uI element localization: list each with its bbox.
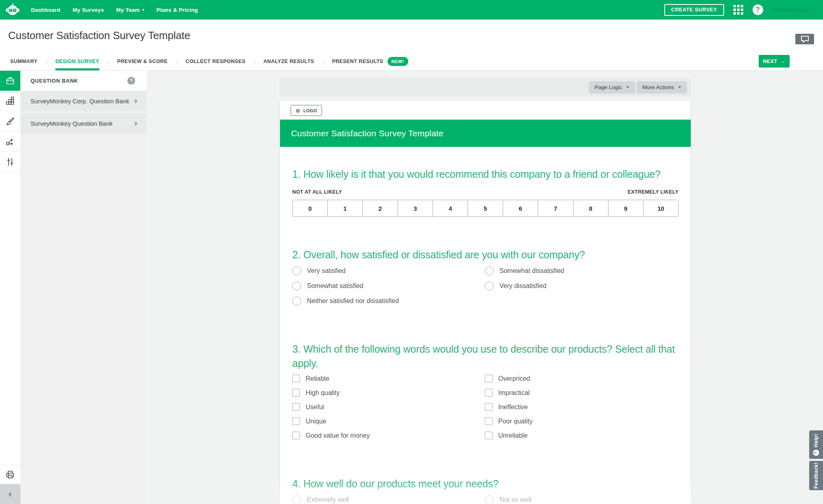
radio-option[interactable]: Very dissatisfied bbox=[485, 281, 677, 290]
survey-title-banner[interactable]: Customer Satisfaction Survey Template bbox=[280, 120, 691, 147]
radio-icon[interactable] bbox=[292, 495, 301, 504]
answer-column: Not so wellNot at all well bbox=[485, 495, 677, 504]
question-bank-header: QUESTION BANK ? bbox=[20, 71, 147, 91]
checkbox-option[interactable]: Overpriced bbox=[485, 375, 677, 382]
checkbox-option[interactable]: Impractical bbox=[485, 389, 677, 397]
checkbox-option[interactable]: Useful bbox=[292, 403, 485, 411]
chevron-down-icon: ▾ bbox=[814, 8, 816, 12]
checkbox-icon[interactable] bbox=[292, 403, 300, 411]
checkbox-option[interactable]: Good value for money bbox=[292, 432, 485, 439]
checkbox-icon[interactable] bbox=[485, 375, 492, 382]
tab-label: ANALYZE RESULTS bbox=[263, 59, 314, 64]
next-button[interactable]: NEXT→ bbox=[759, 55, 790, 68]
checkbox-option[interactable]: Reliable bbox=[292, 375, 485, 382]
checkbox-icon[interactable] bbox=[485, 417, 492, 425]
nps-cell-7[interactable]: 7 bbox=[538, 200, 573, 216]
checkbox-icon[interactable] bbox=[485, 432, 492, 439]
checkbox-icon[interactable] bbox=[292, 432, 300, 439]
checkbox-option[interactable]: Ineffective bbox=[485, 403, 677, 411]
page-header: Customer Satisfaction Survey Template bbox=[0, 20, 823, 52]
checkbox-icon[interactable] bbox=[292, 389, 300, 397]
nps-cell-6[interactable]: 6 bbox=[503, 200, 538, 216]
surveymonkey-logo[interactable] bbox=[5, 4, 20, 16]
checkbox-option[interactable]: Poor quality bbox=[485, 417, 677, 425]
survey-title: Customer Satisfaction Survey Template bbox=[291, 129, 444, 138]
nps-cell-5[interactable]: 5 bbox=[468, 200, 503, 216]
survey-toolbar: Page Logic ▼ More Actions ▼ bbox=[280, 78, 691, 96]
radio-option[interactable]: Somewhat dissatisfied bbox=[485, 266, 677, 275]
caret-down-icon: ▼ bbox=[678, 85, 681, 89]
question-bank-item[interactable]: SurveyMonkey Question Bank› bbox=[20, 113, 147, 133]
chat-bubble-icon bbox=[801, 36, 809, 43]
rail-item-question-bank[interactable] bbox=[0, 71, 20, 91]
option-label: High quality bbox=[306, 389, 340, 397]
nps-min-label: NOT AT ALL LIKELY bbox=[292, 189, 342, 195]
nav-link-dashboard[interactable]: Dashboard bbox=[31, 7, 60, 13]
nps-cell-3[interactable]: 3 bbox=[398, 200, 433, 216]
checkbox-icon[interactable] bbox=[485, 403, 492, 411]
chat-button[interactable] bbox=[795, 34, 814, 44]
checkbox-icon[interactable] bbox=[292, 417, 300, 425]
radio-icon[interactable] bbox=[485, 266, 494, 275]
user-menu[interactable]: rachel@survey... ▾ bbox=[772, 7, 816, 13]
more-actions-button[interactable]: More Actions ▼ bbox=[637, 81, 687, 94]
tab-preview-score[interactable]: PREVIEW & SCORE bbox=[117, 52, 168, 70]
radio-option[interactable]: Somewhat satisfied bbox=[292, 281, 485, 290]
rail-item-style[interactable] bbox=[0, 111, 20, 131]
nav-link-my-team[interactable]: My Team▾ bbox=[116, 7, 144, 13]
checkbox-icon[interactable] bbox=[485, 389, 492, 397]
answer-column: ReliableHigh qualityUsefulUniqueGood val… bbox=[292, 375, 485, 446]
question-bank-help-icon[interactable]: ? bbox=[127, 77, 135, 85]
radio-option[interactable]: Not so well bbox=[485, 495, 677, 504]
tab-label: DESIGN SURVEY bbox=[55, 59, 99, 64]
chevron-left-icon: ‹ bbox=[9, 489, 11, 500]
page-title: Customer Satisfaction Survey Template bbox=[8, 29, 190, 42]
rail-item-build[interactable] bbox=[0, 91, 20, 111]
checkbox-icon[interactable] bbox=[292, 375, 300, 382]
nps-cell-10[interactable]: 10 bbox=[643, 200, 678, 216]
option-label: Useful bbox=[306, 404, 324, 411]
nps-cell-0[interactable]: 0 bbox=[293, 200, 327, 216]
tab-design-survey[interactable]: DESIGN SURVEY bbox=[55, 52, 99, 70]
answer-column: Extremely wellVery well bbox=[292, 495, 485, 504]
question-block: 2. Overall, how satisfied or dissatisfie… bbox=[292, 248, 679, 311]
print-button[interactable] bbox=[0, 465, 20, 484]
create-survey-button[interactable]: CREATE SURVEY bbox=[664, 4, 724, 16]
nav-link-my-surveys[interactable]: My Surveys bbox=[72, 7, 104, 13]
chevron-right-icon: › bbox=[134, 119, 138, 128]
radio-icon[interactable] bbox=[485, 495, 494, 504]
nps-cell-9[interactable]: 9 bbox=[608, 200, 643, 216]
feedback-side-tab[interactable]: Feedback! bbox=[809, 461, 823, 490]
question-bank-item[interactable]: SurveyMonkey Corp. Question Bank› bbox=[20, 91, 147, 111]
nav-link-plans-pricing[interactable]: Plans & Pricing bbox=[156, 7, 198, 13]
tab-label: PRESENT RESULTS bbox=[332, 59, 383, 64]
radio-icon[interactable] bbox=[292, 297, 301, 305]
radio-option[interactable]: Very satisfied bbox=[292, 266, 485, 275]
tab-present-results[interactable]: PRESENT RESULTS bbox=[332, 52, 383, 70]
checkbox-option[interactable]: Unreliable bbox=[485, 432, 677, 439]
radio-icon[interactable] bbox=[485, 281, 494, 290]
nps-cell-1[interactable]: 1 bbox=[327, 200, 362, 216]
rail-item-logic[interactable] bbox=[0, 131, 20, 152]
help-side-tab[interactable]: ? Help! bbox=[809, 430, 823, 459]
radio-icon[interactable] bbox=[292, 281, 301, 290]
add-logo-button[interactable]: ⊕ LOGO bbox=[291, 105, 322, 116]
apps-grid-icon[interactable] bbox=[733, 4, 744, 15]
answer-columns: Extremely wellVery wellNot so wellNot at… bbox=[292, 495, 679, 504]
radio-icon[interactable] bbox=[292, 266, 301, 275]
tab-collect-responses[interactable]: COLLECT RESPONSES bbox=[186, 52, 245, 70]
help-icon[interactable]: ? bbox=[753, 4, 763, 15]
tab-summary[interactable]: SUMMARY bbox=[10, 52, 37, 70]
nps-cell-2[interactable]: 2 bbox=[362, 200, 397, 216]
checkbox-option[interactable]: Unique bbox=[292, 417, 485, 425]
tab-analyze-results[interactable]: ANALYZE RESULTS bbox=[263, 52, 314, 70]
page-logic-button[interactable]: Page Logic ▼ bbox=[589, 81, 635, 94]
answer-column: Very satisfiedSomewhat satisfiedNeither … bbox=[292, 266, 485, 311]
rail-item-options[interactable] bbox=[0, 152, 20, 172]
radio-option[interactable]: Neither satisfied nor dissatisfied bbox=[292, 296, 485, 305]
checkbox-option[interactable]: High quality bbox=[292, 389, 485, 397]
nps-cell-8[interactable]: 8 bbox=[573, 200, 608, 216]
nps-cell-4[interactable]: 4 bbox=[433, 200, 468, 216]
radio-option[interactable]: Extremely well bbox=[292, 495, 485, 504]
collapse-sidebar-button[interactable]: ‹ bbox=[0, 484, 20, 504]
